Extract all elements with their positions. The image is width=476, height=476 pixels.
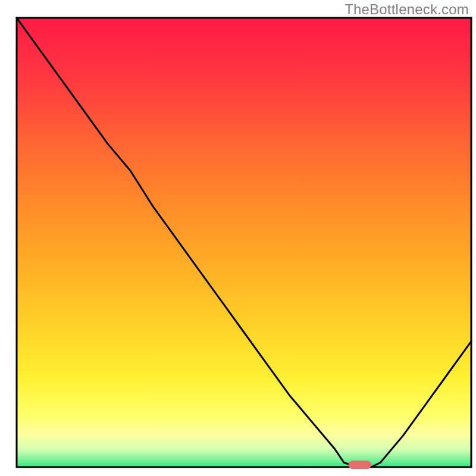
chart-container: TheBottleneck.com (0, 0, 476, 476)
chart-background (17, 18, 471, 467)
optimal-marker (349, 461, 371, 469)
plot-area (17, 18, 471, 469)
watermark-text: TheBottleneck.com (345, 1, 469, 18)
bottleneck-chart (0, 0, 476, 476)
